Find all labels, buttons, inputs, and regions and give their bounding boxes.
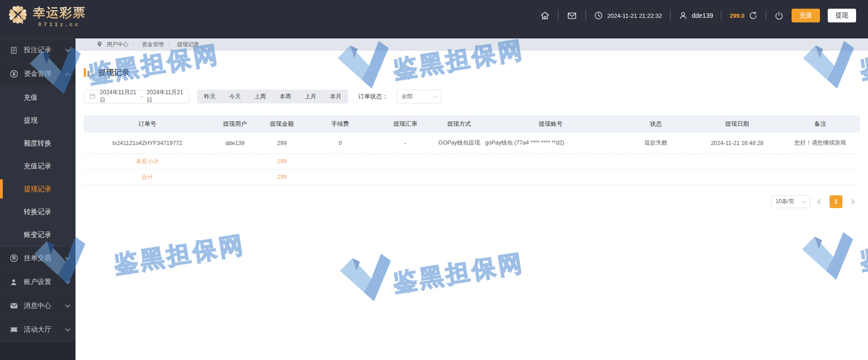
sidebar-item-message-center[interactable]: 消息中心 (0, 294, 75, 318)
funds-icon (9, 70, 19, 78)
chevron-down-icon (65, 326, 70, 331)
message-center-icon (9, 302, 19, 310)
col-withdraw-user: 提现用户 (211, 115, 259, 133)
withdraw-button[interactable]: 提现 (828, 9, 856, 22)
col-withdraw-account: 提现账号 (483, 115, 618, 133)
quick-filter-last-month[interactable]: 上月 (298, 90, 323, 103)
site-domain: 0711z.cc (38, 21, 81, 27)
submenu-item-transfer-records[interactable]: 转换记录 (0, 200, 75, 223)
sidebar-item-funds-management[interactable]: 资金管理 (0, 62, 75, 86)
main-content: 提现记录 2024年11月21日 - 2024年11月21日 昨天 今天 (75, 51, 868, 360)
col-fee: 手续费 (305, 115, 376, 133)
sidebar-item-bet-records[interactable]: 投注记录 (0, 38, 75, 62)
date-start-value: 2024年11月21日 (100, 89, 136, 104)
recharge-button[interactable]: 充值 (792, 9, 820, 22)
header-divider (558, 11, 559, 21)
location-pin-icon (97, 41, 102, 48)
calendar-icon (89, 93, 96, 101)
table-row: tx241121o4ZHYF34719772 dde139 299 0 - GO… (84, 133, 860, 154)
page-size-value: 10条/页 (776, 198, 794, 205)
cell-withdraw-method: GOPay钱包提现 (435, 133, 483, 154)
date-separator: - (140, 93, 142, 100)
filter-row: 2024年11月21日 - 2024年11月21日 昨天 今天 上周 本周 上月… (84, 90, 860, 103)
chevron-left-icon (817, 199, 822, 204)
breadcrumb-separator: 〉 (168, 41, 173, 48)
submenu-item-recharge-records[interactable]: 充值记录 (0, 155, 75, 177)
user-icon (679, 11, 688, 20)
sidebar-item-activity-hall[interactable]: ¥ 活动大厅 (0, 318, 75, 342)
breadcrumb-user-center[interactable]: 用户中心 (107, 41, 129, 48)
prev-page-button[interactable] (815, 195, 825, 208)
mail-icon[interactable] (566, 11, 577, 21)
submenu-item-recharge[interactable]: 充值 (0, 86, 75, 109)
chevron-down-icon (65, 302, 70, 307)
clover-logo-icon (7, 4, 28, 27)
order-status-value: 全部 (401, 93, 413, 101)
chevron-down-icon (65, 255, 70, 260)
quick-date-filters: 昨天 今天 上周 本周 上月 本月 (197, 90, 348, 103)
date-range-picker[interactable]: 2024年11月21日 - 2024年11月21日 (84, 90, 189, 103)
main-column: 用户中心 〉 资金管理 〉 提现记录 提现记录 2024年11月21日 (75, 31, 868, 360)
cell-order-no: tx241121o4ZHYF34719772 (84, 133, 211, 154)
submenu-item-account-change-records[interactable]: 账变记录 (0, 223, 75, 246)
order-status-label: 订单状态： (358, 92, 388, 101)
withdraw-records-table: 订单号 提现用户 提现金额 手续费 提现汇率 提现方式 提现账号 状态 提现日期… (84, 115, 860, 185)
pending-trade-icon (9, 254, 19, 263)
power-icon[interactable] (774, 11, 784, 21)
server-time: 2024-11-21 21:22:32 (594, 11, 662, 20)
balance-widget: 299.0 (729, 11, 758, 20)
user-menu[interactable]: dde139 (679, 11, 713, 20)
funds-submenu: 充值 提现 额度转换 充值记录 提现记录 转换记录 账变记录 (0, 86, 75, 247)
submenu-item-withdraw-records[interactable]: 提现记录 (0, 177, 75, 200)
site-title: 幸运彩票 (33, 5, 86, 21)
col-withdraw-method: 提现方式 (435, 115, 483, 133)
chevron-down-icon (65, 47, 70, 52)
page-size-select[interactable]: 10条/页 (771, 195, 810, 208)
cell-withdraw-account: goPay钱包 (77a4 **** **** **d2) (483, 133, 618, 154)
chevron-right-icon (849, 199, 854, 204)
next-page-button[interactable] (847, 195, 857, 208)
site-logo[interactable]: 幸运彩票 0711z.cc (7, 4, 86, 27)
quick-filter-this-month[interactable]: 本月 (323, 90, 348, 103)
date-end-value: 2024年11月21日 (147, 89, 183, 104)
subtotal-label: 本页小计 (84, 154, 211, 169)
sidebar-item-label: 挂单交易 (24, 254, 61, 263)
refresh-icon[interactable] (749, 11, 758, 20)
sidebar-spacer (0, 31, 75, 38)
submenu-item-quota-transfer[interactable]: 额度转换 (0, 132, 75, 155)
header-divider (585, 11, 586, 21)
activity-hall-icon: ¥ (9, 326, 19, 333)
sidebar-footer (0, 342, 75, 360)
page-subtotal-row: 本页小计 299 (84, 154, 860, 169)
quick-filter-today[interactable]: 今天 (222, 90, 248, 103)
header-toolbar: 2024-11-21 21:22:32 dde139 299.0 充值 (540, 9, 856, 22)
quick-filter-last-week[interactable]: 上周 (248, 90, 273, 103)
balance-amount: 299.0 (729, 12, 744, 19)
header-divider (766, 11, 766, 21)
chevron-down-icon (433, 94, 438, 98)
chevron-down-icon (65, 279, 70, 284)
bar-chart-icon (84, 68, 93, 77)
sidebar-item-account-settings[interactable]: 账户设置 (0, 270, 75, 294)
col-exchange-rate: 提现汇率 (376, 115, 435, 133)
submenu-item-withdraw[interactable]: 提现 (0, 109, 75, 132)
breadcrumb-withdraw-records[interactable]: 提现记录 (177, 41, 199, 48)
quick-filter-yesterday[interactable]: 昨天 (197, 90, 222, 103)
page-title: 提现记录 (84, 67, 860, 78)
cell-withdraw-user: dde139 (211, 133, 259, 154)
sidebar-item-label: 消息中心 (24, 301, 61, 310)
app-header: 幸运彩票 0711z.cc 2024-11-21 21:22:32 (0, 0, 868, 31)
breadcrumb-funds-management[interactable]: 资金管理 (142, 41, 164, 48)
sidebar-item-pending-trade[interactable]: 挂单交易 (0, 247, 75, 270)
cell-withdraw-amount: 299 (259, 133, 305, 154)
account-settings-icon (9, 278, 19, 286)
order-status-select[interactable]: 全部 (396, 90, 442, 103)
current-page-button[interactable]: 1 (830, 195, 842, 208)
quick-filter-this-week[interactable]: 本周 (273, 90, 298, 103)
chevron-up-icon (65, 72, 70, 77)
header-shadow-strip (75, 31, 868, 38)
total-row: 合计 299 (84, 169, 860, 185)
home-icon[interactable] (540, 11, 550, 21)
table-header-row: 订单号 提现用户 提现金额 手续费 提现汇率 提现方式 提现账号 状态 提现日期… (84, 115, 860, 133)
app-shell: 投注记录 资金管理 充值 提现 额度转换 充值记录 提现记录 转换记录 账变记录 (0, 31, 868, 360)
